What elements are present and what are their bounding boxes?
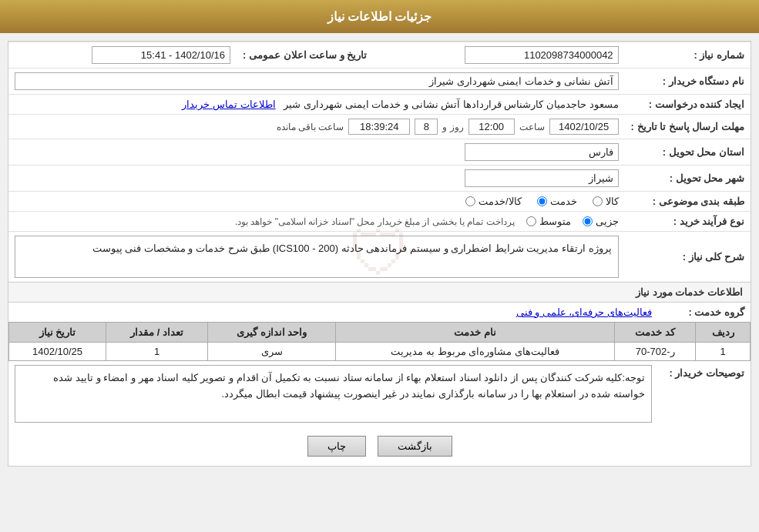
category-row: طبقه بندی موضوعی : کالا خدمت کالا/خدمت bbox=[8, 192, 751, 212]
date-row: 1402/10/25 ساعت 12:00 روز و 8 18:39:24 س… bbox=[15, 119, 619, 135]
category-khedmat-radio[interactable] bbox=[537, 196, 547, 206]
response-deadline-label: مهلت ارسال پاسخ تا تاریخ : bbox=[625, 115, 751, 139]
process-jozi-label: جزیی bbox=[596, 216, 619, 227]
buyer-org-row: نام دستگاه خریدار : آتش نشانی و خدمات ای… bbox=[8, 69, 751, 95]
button-bar: بازگشت چاپ bbox=[8, 427, 751, 466]
col-code: کد خدمت bbox=[614, 323, 695, 343]
province-input: فارس bbox=[465, 143, 619, 161]
process-motovaset-label: متوسط bbox=[539, 216, 571, 227]
response-day-label: روز و bbox=[442, 122, 463, 132]
category-kala-label: کالا bbox=[606, 196, 619, 207]
city-value: شیراز bbox=[8, 166, 625, 192]
city-label: شهر محل تحویل : bbox=[625, 166, 751, 192]
category-kala-khedmat: کالا/خدمت bbox=[465, 196, 522, 207]
category-khedmat: خدمت bbox=[537, 196, 577, 207]
service-group-link[interactable]: فعالیت‌های حرفه‌ای، علمی و فنی bbox=[516, 306, 652, 318]
buyer-notes-box: توجه:کلیه شرکت کنندگان پس از دانلود اسنا… bbox=[15, 365, 652, 423]
need-number-row: شماره نیاز : 1102098734000042 تاریخ و سا… bbox=[8, 42, 751, 69]
announce-datetime-value: 1402/10/16 - 15:41 bbox=[8, 42, 237, 69]
back-button[interactable]: بازگشت bbox=[378, 436, 452, 457]
col-quantity: تعداد / مقدار bbox=[106, 323, 208, 343]
process-type-group: جزیی متوسط پرداخت تمام یا بخشی از مبلغ خ… bbox=[15, 216, 619, 227]
response-deadline-value: 1402/10/25 ساعت 12:00 روز و 8 18:39:24 س… bbox=[8, 115, 625, 139]
category-kala-khedmat-radio[interactable] bbox=[465, 196, 475, 206]
response-time-box: 12:00 bbox=[468, 119, 515, 135]
table-cell-quantity: 1 bbox=[106, 343, 208, 361]
city-input: شیراز bbox=[465, 169, 619, 187]
table-cell-name: فعالیت‌های مشاوره‌ای مربوط به مدیریت bbox=[336, 343, 615, 361]
table-cell-code: ر-702-70 bbox=[614, 343, 695, 361]
creator-row: ایجاد کننده درخواست : مسعود حاجدمیان کار… bbox=[8, 95, 751, 115]
category-label: طبقه بندی موضوعی : bbox=[625, 192, 751, 212]
category-kala-khedmat-label: کالا/خدمت bbox=[479, 196, 522, 207]
buyer-notes-label: توصیحات خریدار : bbox=[658, 361, 751, 427]
process-motovaset: متوسط bbox=[526, 216, 571, 227]
need-number-value: 1102098734000042 bbox=[373, 42, 624, 69]
province-label: استان محل تحویل : bbox=[625, 139, 751, 166]
creator-label: ایجاد کننده درخواست : bbox=[625, 95, 751, 115]
table-header-row: ردیف کد خدمت نام خدمت واحد اندازه گیری ت… bbox=[9, 323, 751, 343]
table-cell-date: 1402/10/25 bbox=[9, 343, 106, 361]
announce-datetime-input: 1402/10/16 - 15:41 bbox=[92, 46, 230, 64]
response-deadline-row: مهلت ارسال پاسخ تا تاریخ : 1402/10/25 سا… bbox=[8, 115, 751, 139]
main-content: 🛡 شماره نیاز : 1102098734000042 تاریخ و … bbox=[8, 41, 751, 467]
process-value: جزیی متوسط پرداخت تمام یا بخشی از مبلغ خ… bbox=[8, 212, 625, 232]
col-name: نام خدمت bbox=[336, 323, 615, 343]
creator-link[interactable]: اطلاعات تماس خریدار bbox=[182, 99, 275, 110]
page-title: جزئیات اطلاعات نیاز bbox=[327, 10, 432, 23]
service-group-row: گروه خدمت : فعالیت‌های حرفه‌ای، علمی و ف… bbox=[8, 303, 751, 322]
process-label: نوع فرآیند خرید : bbox=[625, 212, 751, 232]
need-number-input: 1102098734000042 bbox=[465, 46, 619, 64]
response-time-label: ساعت bbox=[519, 122, 545, 132]
buyer-notes-row: توصیحات خریدار : توجه:کلیه شرکت کنندگان … bbox=[8, 361, 751, 427]
services-data-table: ردیف کد خدمت نام خدمت واحد اندازه گیری ت… bbox=[8, 322, 751, 361]
process-jozi: جزیی bbox=[583, 216, 619, 227]
table-row: 1ر-702-70فعالیت‌های مشاوره‌ای مربوط به م… bbox=[9, 343, 751, 361]
buyer-org-label: نام دستگاه خریدار : bbox=[625, 69, 751, 95]
description-value: پروژه ارتقاء مدیریت شرایط اضطراری و سیست… bbox=[8, 232, 625, 283]
info-table: شماره نیاز : 1102098734000042 تاریخ و سا… bbox=[8, 42, 751, 282]
buyer-notes-table: توصیحات خریدار : توجه:کلیه شرکت کنندگان … bbox=[8, 361, 751, 427]
category-kala: کالا bbox=[593, 196, 619, 207]
category-khedmat-label: خدمت bbox=[550, 196, 577, 207]
creator-text: مسعود حاجدمیان کارشناس قراردادها آتش نشا… bbox=[284, 99, 618, 110]
process-row: نوع فرآیند خرید : جزیی متوسط پرداخت تمام… bbox=[8, 212, 751, 232]
response-date-box: 1402/10/25 bbox=[549, 119, 619, 135]
need-number-label: شماره نیاز : bbox=[625, 42, 751, 69]
service-group-label: گروه خدمت : bbox=[658, 303, 751, 322]
col-unit: واحد اندازه گیری bbox=[207, 323, 335, 343]
response-remaining-label: ساعت باقی مانده bbox=[277, 122, 344, 132]
response-days-box: 8 bbox=[415, 119, 438, 135]
page-header: جزئیات اطلاعات نیاز bbox=[0, 0, 759, 33]
services-section-title: اطلاعات خدمات مورد نیاز bbox=[8, 282, 751, 303]
province-value: فارس bbox=[8, 139, 625, 166]
service-group-value: فعالیت‌های حرفه‌ای، علمی و فنی bbox=[8, 303, 658, 322]
description-box: پروژه ارتقاء مدیریت شرایط اضطراری و سیست… bbox=[15, 236, 619, 278]
table-header: ردیف کد خدمت نام خدمت واحد اندازه گیری ت… bbox=[9, 323, 751, 343]
category-radio-group: کالا خدمت کالا/خدمت bbox=[15, 196, 619, 207]
buyer-org-value: آتش نشانی و خدمات ایمنی شهرداری شیراز bbox=[8, 69, 625, 95]
category-value: کالا خدمت کالا/خدمت bbox=[8, 192, 625, 212]
print-button[interactable]: چاپ bbox=[307, 436, 366, 457]
service-group-table: گروه خدمت : فعالیت‌های حرفه‌ای، علمی و ف… bbox=[8, 303, 751, 322]
announce-datetime-label: تاریخ و ساعت اعلان عمومی : bbox=[237, 42, 373, 69]
buyer-notes-value: توجه:کلیه شرکت کنندگان پس از دانلود اسنا… bbox=[8, 361, 658, 427]
category-kala-radio[interactable] bbox=[593, 196, 603, 206]
description-label: شرح کلی نیاز : bbox=[625, 232, 751, 283]
buyer-org-input: آتش نشانی و خدمات ایمنی شهرداری شیراز bbox=[15, 72, 619, 90]
response-remaining-box: 18:39:24 bbox=[348, 119, 410, 135]
col-date: تاریخ نیاز bbox=[9, 323, 106, 343]
table-cell-unit: سری bbox=[207, 343, 335, 361]
description-row: شرح کلی نیاز : پروژه ارتقاء مدیریت شرایط… bbox=[8, 232, 751, 283]
province-row: استان محل تحویل : فارس bbox=[8, 139, 751, 166]
process-jozi-radio[interactable] bbox=[583, 216, 593, 226]
table-cell-row: 1 bbox=[696, 343, 751, 361]
city-row: شهر محل تحویل : شیراز bbox=[8, 166, 751, 192]
creator-value: مسعود حاجدمیان کارشناس قراردادها آتش نشا… bbox=[8, 95, 625, 115]
table-body: 1ر-702-70فعالیت‌های مشاوره‌ای مربوط به م… bbox=[9, 343, 751, 361]
process-motovaset-radio[interactable] bbox=[526, 216, 536, 226]
col-row-num: ردیف bbox=[696, 323, 751, 343]
process-note: پرداخت تمام یا بخشی از مبلغ خریدار محل "… bbox=[235, 216, 515, 227]
